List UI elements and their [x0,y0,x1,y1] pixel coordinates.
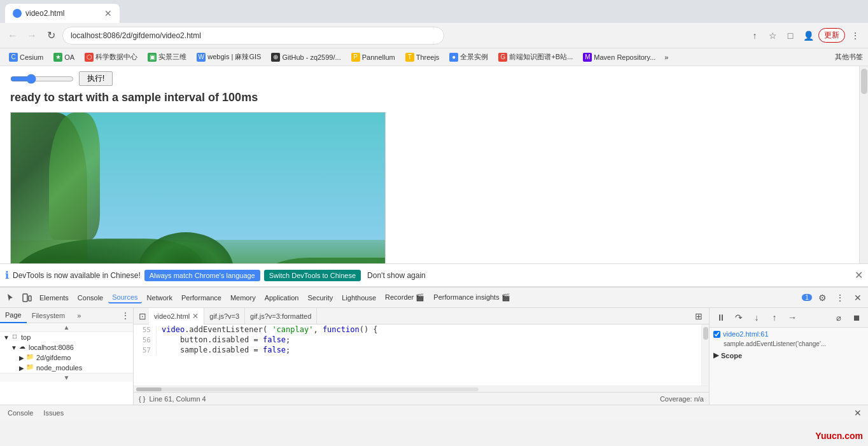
bookmark-scidata[interactable]: ⬡ 科学数据中心 [81,51,141,63]
menu-button[interactable]: ⋮ [848,28,863,43]
file-tree-menu-btn[interactable]: ⋮ [118,308,133,323]
devtools-body: Page Filesystem » ⋮ ▲ ▼ [0,308,868,405]
bookmark-github[interactable]: ⊕ GitHub - zq2599/... [267,52,344,63]
share-button[interactable]: ↑ [747,28,762,43]
oa-icon: ★ [53,53,62,62]
device-toolbar-btn[interactable] [19,290,34,305]
pause-exceptions-btn[interactable]: ⏹ [849,310,864,325]
sample-slider[interactable] [10,74,74,84]
bookmark-frontend[interactable]: G 前端知识图谱+B站... [494,51,577,63]
tab-sources-btn[interactable]: Sources [108,292,141,303]
devtools-settings-btn[interactable]: ⚙ [815,290,830,305]
file-tab-gifjs-label: gif.js?v=3 [209,312,239,320]
step-over-btn[interactable]: ↷ [731,310,746,325]
reload-button[interactable]: ↻ [43,28,59,43]
webgis-icon: W [197,53,206,62]
always-match-btn[interactable]: Always match Chrome's language [144,270,260,281]
pause-btn[interactable]: ⏸ [713,310,729,325]
step-into-btn[interactable]: ↓ [749,310,764,325]
devtools-close-btn[interactable]: ✕ [850,290,865,305]
bookmark-maven[interactable]: M Maven Repository... [579,52,659,63]
tab-perf-insights-btn[interactable]: Performance insights 🎬 [430,292,514,303]
step-out-btn[interactable]: ↑ [767,310,782,325]
inspect-element-btn[interactable] [3,290,18,305]
page-tab[interactable]: Page [0,308,27,323]
step-btn[interactable]: → [785,310,800,325]
scope-arrow-icon: ▶ [713,351,718,359]
pretty-print-btn[interactable]: { } [139,395,145,403]
file-tab-video2[interactable]: video2.html ✕ [149,308,204,324]
dont-show-again-link[interactable]: Don't show again [367,271,426,280]
threejs-icon: T [405,53,414,62]
devtools-more-btn[interactable]: ⋮ [832,290,848,305]
page-scrollbar[interactable] [859,66,868,263]
tab-console-btn[interactable]: Console [74,293,107,303]
breakpoint-file-link[interactable]: video2.html:61 [723,330,769,338]
split-editor-btn[interactable]: ⊡ [136,309,149,324]
bookmark-button[interactable]: ☆ [765,28,780,43]
tab-elements-btn[interactable]: Elements [36,293,73,303]
switch-chinese-btn[interactable]: Switch DevTools to Chinese [264,270,361,281]
file-tabs-more-btn[interactable]: ⊞ [691,309,706,324]
file-tab-gifjs-formatted[interactable]: gif.js?v=3:formatted [245,308,317,324]
split-button[interactable]: □ [783,28,798,43]
bookmark-oa[interactable]: ★ OA [50,52,78,63]
address-bar: ← → ↻ ↑ ☆ □ 👤 更新 ⋮ [0,23,868,48]
tree-item-gifdemo[interactable]: ▶ 📁 2d/gifdemo [0,352,133,363]
file-tab-video2-close[interactable]: ✕ [192,312,199,321]
cesium-icon: C [9,53,18,62]
page-content: 执行! ready to start with a sample interva… [0,66,859,263]
filesystem-tab[interactable]: Filesystem [27,308,71,323]
tab-application-btn[interactable]: Application [261,293,303,303]
maven-icon: M [583,53,592,62]
devtools-status-bar: { } Line 61, Column 4 Coverage: n/a [134,392,709,405]
bottom-tab-console[interactable]: Console [3,405,38,421]
bookmarks-other[interactable]: 其他书签 [835,52,863,62]
tree-item-localhost[interactable]: ▼ ☁ localhost:8086 [0,342,133,352]
breakpoint-item: video2.html:61 [710,328,868,340]
back-button[interactable]: ← [5,28,20,43]
tab-performance-btn[interactable]: Performance [178,293,225,303]
tab-network-btn[interactable]: Network [143,293,176,303]
code-line-56: 56 button.disabled = false; [134,335,709,345]
bookmark-cesium[interactable]: C Cesium [5,52,47,63]
deactivate-breakpoints-btn[interactable]: ⌀ [831,310,846,325]
tree-label-top: top [21,333,31,341]
bookmark-panorama[interactable]: ● 全景实例 [445,51,492,63]
bottom-bar-close-btn[interactable]: ✕ [850,405,865,421]
panorama-icon: ● [449,53,458,62]
bookmark-threejs[interactable]: T Threejs [402,52,444,63]
tab-close-btn[interactable]: ✕ [104,8,112,18]
code-hscroll[interactable] [134,386,709,392]
video-canvas [10,112,386,263]
file-tab-gifjs[interactable]: gif.js?v=3 [204,308,245,324]
file-tree-more-btn[interactable]: » [71,308,87,323]
bookmark-webgis[interactable]: W webgis | 麻辣GIS [193,51,265,63]
address-input[interactable] [62,27,444,45]
bookmarks-more-btn[interactable]: » [662,52,671,62]
tree-item-top[interactable]: ▼ □ top [0,332,133,342]
error-counter-badge: 1 [802,294,812,301]
scroll-down-btn[interactable]: ▼ [64,374,70,381]
profile-button[interactable]: 👤 [801,28,816,43]
exec-button[interactable]: 执行! [79,71,113,86]
tab-lighthouse-btn[interactable]: Lighthouse [338,293,380,303]
update-button[interactable]: 更新 [818,28,845,43]
notify-close-btn[interactable]: ✕ [855,269,863,281]
tree-item-node-modules[interactable]: ▶ 📁 node_modules [0,363,133,373]
bookmark-3d[interactable]: ▣ 实景三维 [144,51,190,63]
bottom-tab-issues[interactable]: Issues [38,405,69,421]
file-tab-gifjs-formatted-label: gif.js?v=3:formatted [250,312,311,320]
pannellum-icon: P [351,53,360,62]
browser-tab[interactable]: video2.html ✕ [5,4,120,23]
breakpoint-checkbox[interactable] [713,331,720,338]
scope-header[interactable]: ▶ Scope [710,349,868,362]
bookmark-pannellum[interactable]: P Pannellum [347,52,399,63]
tab-memory-btn[interactable]: Memory [227,293,260,303]
devtools-notify-bar: ℹ DevTools is now available in Chinese! … [0,263,868,286]
tab-recorder-btn[interactable]: Recorder 🎬 [381,292,428,303]
forward-button[interactable]: → [24,28,39,43]
scidata-icon: ⬡ [85,53,94,62]
tab-security-btn[interactable]: Security [304,293,337,303]
scroll-up-btn[interactable]: ▲ [64,324,70,331]
